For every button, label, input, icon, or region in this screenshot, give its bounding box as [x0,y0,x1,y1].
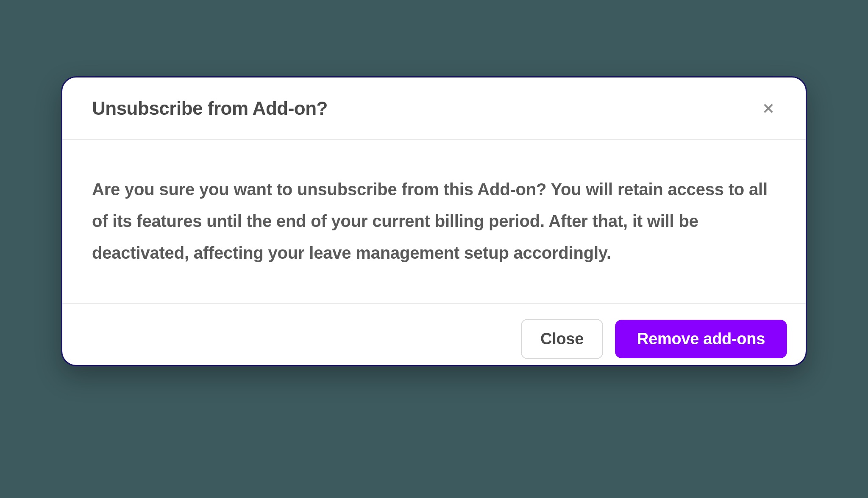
modal-body-text: Are you sure you want to unsubscribe fro… [92,174,776,269]
remove-addons-button[interactable]: Remove add-ons [615,320,787,358]
close-icon[interactable] [761,101,776,116]
modal-title: Unsubscribe from Add-on? [92,98,328,119]
modal-footer: Close Remove add-ons [62,304,806,365]
unsubscribe-modal: Unsubscribe from Add-on? Are you sure yo… [61,76,807,366]
modal-body: Are you sure you want to unsubscribe fro… [62,140,806,304]
modal-header: Unsubscribe from Add-on? [62,77,806,140]
close-button[interactable]: Close [521,319,603,359]
